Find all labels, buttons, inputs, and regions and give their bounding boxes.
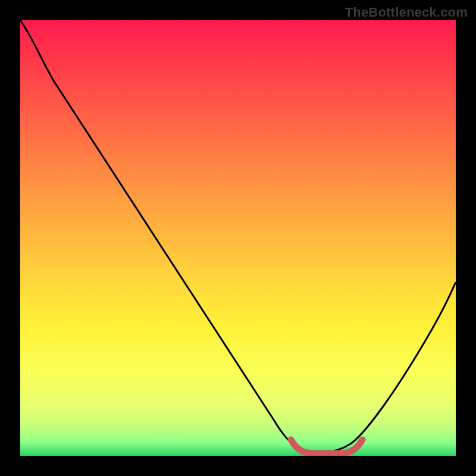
chart-frame: TheBottleneck.com	[0, 0, 476, 476]
plot-area	[20, 20, 456, 456]
watermark-text: TheBottleneck.com	[345, 5, 468, 20]
